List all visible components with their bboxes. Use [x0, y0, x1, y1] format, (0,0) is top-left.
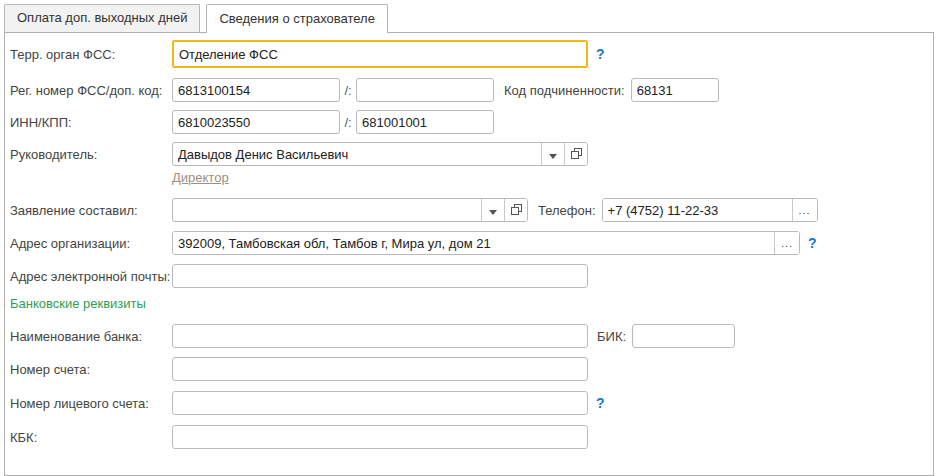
- reg-fss-input[interactable]: [172, 78, 340, 102]
- row-personal-account: Номер лицевого счета: ?: [10, 391, 933, 415]
- inn-input[interactable]: [172, 110, 340, 134]
- row-head-position: Директор: [10, 168, 933, 186]
- tab-bar: Оплата доп. выходных дней Сведения о стр…: [4, 0, 934, 33]
- row-applicant-phone: Заявление составил: Телефон: ...: [10, 198, 933, 222]
- personal-account-input[interactable]: [172, 391, 588, 415]
- email-label: Адрес электронной почты:: [10, 269, 172, 284]
- applicant-combobox: [172, 198, 528, 222]
- row-reg-number: Рег. номер ФСС/доп. код: /: Код подчинен…: [10, 78, 933, 102]
- bank-section-title: Банковские реквизиты: [10, 296, 933, 314]
- account-input[interactable]: [172, 357, 588, 381]
- row-head: Руководитель:: [10, 142, 933, 166]
- phone-label: Телефон:: [538, 203, 596, 218]
- phone-more-button[interactable]: ...: [792, 199, 817, 221]
- email-input[interactable]: [172, 264, 588, 288]
- phone-field: ...: [602, 198, 818, 222]
- account-label: Номер счета:: [10, 362, 172, 377]
- chevron-down-icon: [549, 147, 557, 162]
- tab-insurer-info[interactable]: Сведения о страхователе: [206, 4, 387, 33]
- insurer-form-panel: Терр. орган ФСС: ? Рег. номер ФСС/доп. к…: [4, 33, 934, 476]
- reg-fss-separator: /:: [343, 83, 353, 98]
- subordination-label: Код подчиненности:: [504, 83, 625, 98]
- terr-fss-input[interactable]: [172, 40, 588, 68]
- address-more-button[interactable]: ...: [774, 232, 799, 254]
- bik-input[interactable]: [632, 324, 735, 348]
- kpp-input[interactable]: [356, 110, 494, 134]
- phone-input[interactable]: [603, 199, 792, 221]
- open-form-icon: [571, 147, 582, 162]
- chevron-down-icon: [489, 203, 497, 218]
- head-position-link[interactable]: Директор: [172, 170, 229, 185]
- applicant-dropdown-button[interactable]: [481, 199, 504, 221]
- kbk-label: КБК:: [10, 430, 172, 445]
- kbk-input[interactable]: [172, 425, 588, 449]
- tab-payment-extra-days[interactable]: Оплата доп. выходных дней: [4, 4, 200, 32]
- row-email: Адрес электронной почты:: [10, 264, 933, 288]
- open-form-icon: [511, 203, 522, 218]
- row-terr-fss: Терр. орган ФСС: ?: [10, 40, 933, 68]
- inn-kpp-separator: /:: [343, 115, 353, 130]
- head-combobox: [172, 142, 588, 166]
- bank-name-label: Наименование банка:: [10, 329, 172, 344]
- bank-name-input[interactable]: [172, 324, 588, 348]
- head-label: Руководитель:: [10, 147, 172, 162]
- row-address: Адрес организации: ... ?: [10, 231, 933, 255]
- head-input[interactable]: [173, 143, 541, 165]
- personal-account-label: Номер лицевого счета:: [10, 396, 172, 411]
- address-field: ...: [172, 231, 800, 255]
- address-input[interactable]: [173, 232, 774, 254]
- row-account: Номер счета:: [10, 357, 933, 381]
- applicant-input[interactable]: [173, 199, 481, 221]
- head-open-button[interactable]: [564, 143, 587, 165]
- reg-fss-label: Рег. номер ФСС/доп. код:: [10, 83, 172, 98]
- reg-fss-extra-code-input[interactable]: [356, 78, 494, 102]
- inn-kpp-label: ИНН/КПП:: [10, 115, 172, 130]
- subordination-input[interactable]: [631, 78, 719, 102]
- head-dropdown-button[interactable]: [541, 143, 564, 165]
- personal-account-help-icon[interactable]: ?: [596, 395, 605, 411]
- row-kbk: КБК:: [10, 425, 933, 449]
- row-inn-kpp: ИНН/КПП: /:: [10, 110, 933, 134]
- insurer-info-screen: Оплата доп. выходных дней Сведения о стр…: [0, 0, 943, 476]
- applicant-open-button[interactable]: [504, 199, 527, 221]
- terr-fss-help-icon[interactable]: ?: [596, 46, 605, 62]
- address-label: Адрес организации:: [10, 236, 172, 251]
- row-bank-name: Наименование банка: БИК:: [10, 324, 933, 348]
- applicant-label: Заявление составил:: [10, 203, 172, 218]
- address-help-icon[interactable]: ?: [808, 235, 817, 251]
- bik-label: БИК:: [597, 329, 626, 344]
- terr-fss-label: Терр. орган ФСС:: [10, 47, 172, 62]
